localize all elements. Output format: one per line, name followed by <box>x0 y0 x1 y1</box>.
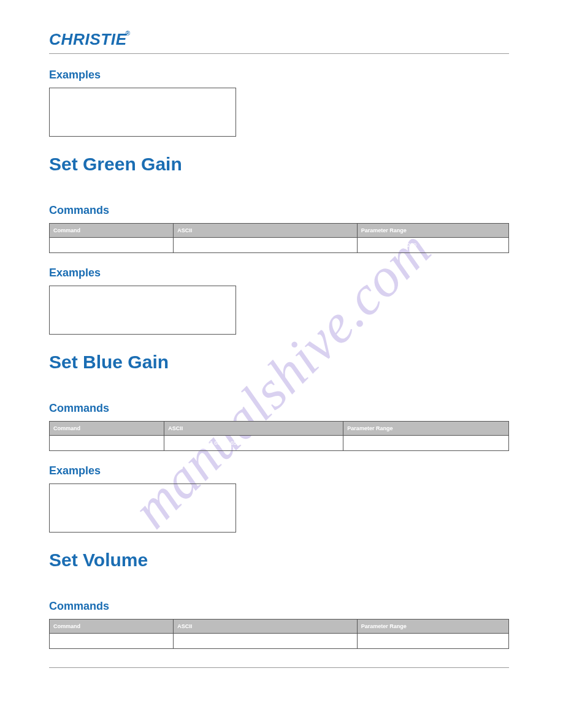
table-cell: (Set Green Gain #) <box>50 238 174 253</box>
table-cell: 28 53 65 74 20 42 6C 75 65 20 47 61 69 6… <box>164 436 343 451</box>
example-box <box>49 483 236 533</box>
table-header: Command <box>50 620 174 634</box>
table-header: Command <box>50 422 164 436</box>
examples-heading: Examples <box>49 267 509 279</box>
table-row: (Set Blue Gain #) 28 53 65 74 20 42 6C 7… <box>50 436 509 451</box>
table-header-row: Command ASCII Parameter Range <box>50 620 509 634</box>
table-row: (Set Volume #) 28 53 65 74 20 56 6F 6C 7… <box>50 634 509 649</box>
header-divider <box>49 53 509 54</box>
commands-table-green: Command ASCII Parameter Range (Set Green… <box>49 223 509 253</box>
table-cell: # = value range 0~200 <box>357 238 508 253</box>
registered-mark: ® <box>126 30 131 37</box>
examples-heading: Examples <box>49 69 509 82</box>
commands-heading: Commands <box>49 600 509 613</box>
table-cell: # = value range 0~200 <box>343 436 509 451</box>
table-header: Parameter Range <box>357 224 508 238</box>
examples-heading: Examples <box>49 464 509 477</box>
brand-logo: CHRISTIE® <box>49 31 532 48</box>
table-header: ASCII <box>174 224 358 238</box>
table-row: (Set Green Gain #) 28 53 65 74 20 47 72 … <box>50 238 509 253</box>
table-header-row: Command ASCII Parameter Range <box>50 422 509 436</box>
page-content: CHRISTIE® Examples Set Green Gain Comman… <box>0 0 563 692</box>
section-heading-blue-gain: Set Blue Gain <box>49 352 509 373</box>
table-cell: (Set Volume #) <box>50 634 174 649</box>
commands-table-blue: Command ASCII Parameter Range (Set Blue … <box>49 421 509 451</box>
table-header: ASCII <box>164 422 343 436</box>
example-box <box>49 88 236 137</box>
table-cell: # = value range 0~100 <box>357 634 508 649</box>
section-heading-volume: Set Volume <box>49 550 509 571</box>
table-cell: (Set Blue Gain #) <box>50 436 164 451</box>
section-heading-green-gain: Set Green Gain <box>49 154 509 175</box>
commands-heading: Commands <box>49 204 509 217</box>
table-header: ASCII <box>174 620 358 634</box>
table-cell: 28 53 65 74 20 56 6F 6C 75 6D 65 20 23 2… <box>174 634 358 649</box>
example-box <box>49 286 236 335</box>
table-cell: 28 53 65 74 20 47 72 65 65 6E 20 47 61 6… <box>174 238 358 253</box>
commands-heading: Commands <box>49 402 509 415</box>
table-header: Parameter Range <box>357 620 508 634</box>
table-header-row: Command ASCII Parameter Range <box>50 224 509 238</box>
brand-name: CHRISTIE <box>49 31 127 48</box>
commands-table-volume: Command ASCII Parameter Range (Set Volum… <box>49 619 509 649</box>
table-header: Command <box>50 224 174 238</box>
footer-divider <box>49 667 509 668</box>
table-header: Parameter Range <box>343 422 509 436</box>
